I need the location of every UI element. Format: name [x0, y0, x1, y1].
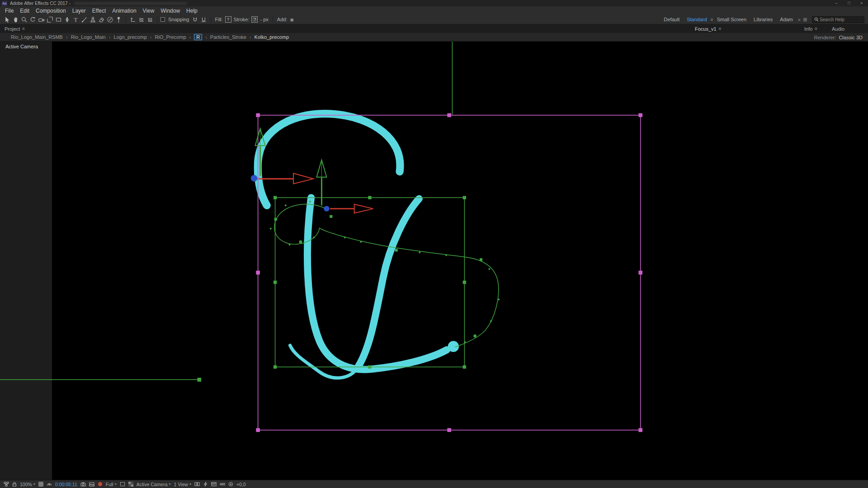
workspace-small-screen[interactable]: Small Screen: [713, 17, 750, 22]
menu-window[interactable]: Window: [157, 8, 183, 14]
search-help-input[interactable]: [820, 17, 862, 22]
menu-animation[interactable]: Animation: [109, 8, 139, 14]
workspace-default[interactable]: Default: [660, 17, 683, 22]
renderer-label: Renderer:: [814, 35, 836, 40]
view-layout-value: 1 View: [174, 482, 188, 487]
snapshot-icon[interactable]: [80, 482, 86, 487]
resolution-value: Full: [106, 482, 113, 487]
clone-stamp-tool-icon[interactable]: [89, 15, 97, 23]
brush-tool-icon[interactable]: [80, 15, 89, 23]
breadcrumb-item[interactable]: Rio_Logo_Main: [71, 34, 106, 40]
show-snapshot-icon[interactable]: [89, 482, 94, 487]
zoom-tool-icon[interactable]: [20, 15, 28, 23]
3d-view-value: Active Camera: [137, 482, 168, 487]
toolbar-divider: [157, 16, 158, 23]
selection-tool-icon[interactable]: [3, 15, 11, 23]
renderer-control[interactable]: Renderer: Classic 3D: [814, 33, 863, 42]
region-of-interest-icon[interactable]: [120, 482, 125, 487]
info-panel-menu-icon[interactable]: ≡: [815, 26, 817, 31]
stroke-swatch[interactable]: ?: [251, 16, 258, 23]
pen-tool-icon[interactable]: [63, 15, 71, 23]
close-button[interactable]: ×: [855, 0, 868, 6]
menu-file[interactable]: File: [2, 8, 17, 14]
workspace-grid-icon[interactable]: ⊞: [802, 17, 808, 22]
current-time-display[interactable]: 0:00:05:11: [55, 482, 77, 487]
menu-composition[interactable]: Composition: [33, 8, 69, 14]
composition-viewport[interactable]: Active Camera: [0, 42, 868, 480]
type-tool-icon[interactable]: T: [71, 15, 80, 23]
hand-tool-icon[interactable]: [11, 15, 20, 23]
resolution-select[interactable]: Full ▾: [106, 482, 117, 487]
flowchart-icon[interactable]: [4, 482, 9, 487]
menu-help[interactable]: Help: [183, 8, 201, 14]
3d-view-select[interactable]: Active Camera ▾: [137, 482, 171, 487]
pixel-aspect-icon[interactable]: [194, 482, 200, 487]
local-axis-mode-icon[interactable]: [129, 15, 137, 23]
transparency-grid-icon[interactable]: [128, 482, 133, 487]
tab-project[interactable]: Project ≡: [5, 24, 25, 33]
workspace-adam[interactable]: Adam: [776, 17, 797, 22]
show-channel-icon[interactable]: [98, 482, 103, 487]
audio-tab-label: Audio: [832, 26, 844, 32]
snap-option-1-icon[interactable]: [191, 15, 199, 23]
world-axis-mode-icon[interactable]: [137, 15, 146, 23]
z-axis-handle[interactable]: [251, 175, 258, 182]
menu-effect[interactable]: Effect: [89, 8, 109, 14]
fill-label[interactable]: Fill:: [215, 17, 223, 22]
puppet-pin-tool-icon[interactable]: [114, 15, 123, 23]
project-panel-menu-icon[interactable]: ≡: [22, 26, 25, 31]
search-help-box[interactable]: [812, 16, 864, 23]
toolbar-divider: [211, 16, 211, 23]
breadcrumb-item[interactable]: Rio_Logo_Main_RSMB: [11, 34, 63, 40]
eraser-tool-icon[interactable]: [97, 15, 106, 23]
composition-frame: [52, 42, 868, 480]
roto-brush-tool-icon[interactable]: [106, 15, 114, 23]
window-title: Adobe After Effects CC 2017 -: [10, 1, 71, 6]
workspace-overflow-icon[interactable]: »: [797, 17, 802, 22]
stroke-width-value[interactable]: - px: [260, 17, 268, 22]
snap-option-2-icon[interactable]: [199, 15, 208, 23]
renderer-value[interactable]: Classic 3D: [839, 35, 863, 40]
z-axis-handle[interactable]: [324, 206, 329, 211]
pan-behind-tool-icon[interactable]: [46, 15, 54, 23]
menu-layer[interactable]: Layer: [69, 8, 89, 14]
toolbar-divider: [126, 16, 126, 23]
breadcrumb-item[interactable]: Logo_precomp: [113, 34, 146, 40]
tab-composition-focus-v1[interactable]: Focus_v1 ≡: [695, 24, 722, 33]
grid-options-icon[interactable]: [38, 482, 43, 487]
comp-flowchart-icon[interactable]: [220, 482, 225, 487]
fill-swatch[interactable]: ?: [225, 16, 231, 23]
reset-exposure-icon[interactable]: [228, 482, 233, 487]
breadcrumb-item[interactable]: Particles_Stroke: [210, 34, 246, 40]
minimize-button[interactable]: –: [830, 0, 843, 6]
workspace-standard[interactable]: Standard: [683, 17, 711, 22]
viewer-lock-icon[interactable]: [12, 482, 17, 487]
add-shape-icon[interactable]: ◉: [288, 17, 295, 22]
workspace-libraries[interactable]: Libraries: [750, 17, 776, 22]
maximize-button[interactable]: □: [843, 0, 855, 6]
view-layout-select[interactable]: 1 View ▾: [174, 482, 191, 487]
fast-previews-icon[interactable]: [203, 482, 208, 487]
menu-view[interactable]: View: [140, 8, 158, 14]
magnification-ratio-select[interactable]: 100% ▾: [20, 482, 35, 487]
tab-info[interactable]: Info ≡: [804, 24, 817, 33]
tab-audio[interactable]: Audio: [832, 24, 844, 33]
comp-tab-label: Focus_v1: [695, 26, 717, 32]
snapping-checkbox[interactable]: [160, 17, 165, 22]
exposure-value[interactable]: +0,0: [236, 482, 246, 487]
breadcrumb-item[interactable]: RiO_Precomp: [155, 34, 186, 40]
view-axis-mode-icon[interactable]: [146, 15, 155, 23]
edge-handle[interactable]: [198, 378, 202, 382]
timeline-button-icon[interactable]: [211, 482, 217, 487]
rotation-tool-icon[interactable]: [28, 15, 37, 23]
zoom-value: 100%: [20, 482, 32, 487]
stroke-label[interactable]: Stroke:: [234, 17, 250, 22]
breadcrumb-item-highlighted[interactable]: R: [194, 34, 202, 40]
shape-tool-icon[interactable]: [54, 15, 63, 23]
unified-camera-tool-icon[interactable]: [37, 15, 46, 23]
menu-edit[interactable]: Edit: [17, 8, 33, 14]
mask-visibility-icon[interactable]: [47, 482, 52, 487]
breadcrumb-separator: ‹: [189, 34, 191, 40]
breadcrumb-item-current[interactable]: Kolko_precomp: [255, 34, 289, 40]
comp-panel-menu-icon[interactable]: ≡: [719, 26, 722, 31]
